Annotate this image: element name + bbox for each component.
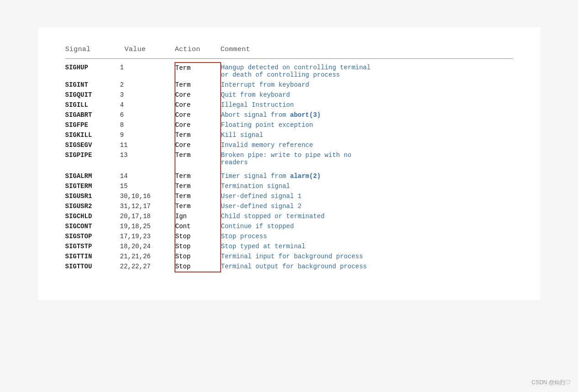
cell-comment: Terminal output for background process xyxy=(221,261,513,272)
cell-signal: SIGPIPE xyxy=(65,150,120,167)
table-row: SIGCHLD20,17,18IgnChild stopped or termi… xyxy=(65,211,513,221)
cell-comment: Abort signal from abort(3) xyxy=(221,110,513,120)
cell-comment: Broken pipe: write to pipe with noreader… xyxy=(221,150,513,167)
cell-action: Core xyxy=(175,120,221,130)
signal-table: Signal Value Action Comment SIGHUP1TermH… xyxy=(65,46,513,272)
col-header-action: Action xyxy=(175,46,221,57)
col-header-comment: Comment xyxy=(221,46,513,57)
cell-comment: Stop process xyxy=(221,231,513,241)
cell-signal: SIGILL xyxy=(65,100,120,110)
cell-action: Cont xyxy=(175,221,221,231)
cell-action: Term xyxy=(175,191,221,201)
table-row: SIGSTOP17,19,23StopStop process xyxy=(65,231,513,241)
cell-signal: SIGSTOP xyxy=(65,231,120,241)
table-row: SIGPIPE13TermBroken pipe: write to pipe … xyxy=(65,150,513,167)
cell-comment: Floating point exception xyxy=(221,120,513,130)
table-header: Signal Value Action Comment xyxy=(65,46,513,57)
cell-action: Term xyxy=(175,181,221,191)
table-row: SIGILL4CoreIllegal Instruction xyxy=(65,100,513,110)
cell-value: 30,10,16 xyxy=(120,191,175,201)
cell-value: 21,21,26 xyxy=(120,251,175,261)
table-row: SIGALRM14TermTimer signal from alarm(2) xyxy=(65,171,513,181)
cell-signal: SIGSEGV xyxy=(65,140,120,150)
cell-value: 18,20,24 xyxy=(120,241,175,251)
table-row: SIGQUIT3CoreQuit from keyboard xyxy=(65,90,513,100)
cell-value: 6 xyxy=(120,110,175,120)
cell-signal: SIGKILL xyxy=(65,130,120,140)
cell-comment: User-defined signal 1 xyxy=(221,191,513,201)
table-row: SIGCONT19,18,25ContContinue if stopped xyxy=(65,221,513,231)
cell-action: Term xyxy=(175,63,221,80)
cell-comment: Hangup detected on controlling terminalo… xyxy=(221,63,513,80)
cell-action: Core xyxy=(175,90,221,100)
cell-action: Term xyxy=(175,201,221,211)
cell-value: 14 xyxy=(120,171,175,181)
cell-action: Term xyxy=(175,150,221,167)
main-container: Signal Value Action Comment SIGHUP1TermH… xyxy=(38,27,541,300)
cell-comment: Kill signal xyxy=(221,130,513,140)
cell-signal: SIGUSR1 xyxy=(65,191,120,201)
cell-value: 11 xyxy=(120,140,175,150)
cell-action: Term xyxy=(175,171,221,181)
table-row: SIGSEGV11CoreInvalid memory reference xyxy=(65,140,513,150)
cell-value: 19,18,25 xyxy=(120,221,175,231)
cell-action: Stop xyxy=(175,241,221,251)
table-row: SIGTTOU22,22,27StopTerminal output for b… xyxy=(65,261,513,272)
cell-comment: User-defined signal 2 xyxy=(221,201,513,211)
cell-value: 2 xyxy=(120,80,175,90)
cell-action: Core xyxy=(175,100,221,110)
cell-signal: SIGCONT xyxy=(65,221,120,231)
cell-signal: SIGHUP xyxy=(65,63,120,80)
cell-action: Stop xyxy=(175,261,221,272)
cell-comment: Timer signal from alarm(2) xyxy=(221,171,513,181)
cell-value: 4 xyxy=(120,100,175,110)
cell-action: Stop xyxy=(175,251,221,261)
cell-value: 15 xyxy=(120,181,175,191)
cell-signal: SIGTERM xyxy=(65,181,120,191)
cell-action: Core xyxy=(175,140,221,150)
cell-value: 1 xyxy=(120,63,175,80)
header-divider-row xyxy=(65,57,513,63)
cell-signal: SIGTSTP xyxy=(65,241,120,251)
cell-comment: Quit from keyboard xyxy=(221,90,513,100)
cell-comment: Illegal Instruction xyxy=(221,100,513,110)
cell-action: Term xyxy=(175,130,221,140)
cell-value: 8 xyxy=(120,120,175,130)
table-row: SIGINT2TermInterrupt from keyboard xyxy=(65,80,513,90)
table-row: SIGUSR130,10,16TermUser-defined signal 1 xyxy=(65,191,513,201)
cell-signal: SIGTTOU xyxy=(65,261,120,272)
spacer-row xyxy=(65,167,513,171)
cell-comment: Interrupt from keyboard xyxy=(221,80,513,90)
cell-comment: Continue if stopped xyxy=(221,221,513,231)
cell-action: Term xyxy=(175,80,221,90)
cell-signal: SIGTTIN xyxy=(65,251,120,261)
col-header-signal: Signal xyxy=(65,46,120,57)
table-row: SIGHUP1TermHangup detected on controllin… xyxy=(65,63,513,80)
watermark: CSDN @灿烈♡ xyxy=(531,379,571,387)
cell-signal: SIGALRM xyxy=(65,171,120,181)
cell-comment: Stop typed at terminal xyxy=(221,241,513,251)
table-row: SIGABRT6CoreAbort signal from abort(3) xyxy=(65,110,513,120)
cell-signal: SIGCHLD xyxy=(65,211,120,221)
cell-comment: Terminal input for background process xyxy=(221,251,513,261)
cell-signal: SIGABRT xyxy=(65,110,120,120)
cell-signal: SIGINT xyxy=(65,80,120,90)
cell-comment: Invalid memory reference xyxy=(221,140,513,150)
cell-value: 9 xyxy=(120,130,175,140)
cell-value: 3 xyxy=(120,90,175,100)
cell-comment: Termination signal xyxy=(221,181,513,191)
cell-action: Ign xyxy=(175,211,221,221)
cell-value: 22,22,27 xyxy=(120,261,175,272)
table-row: SIGTTIN21,21,26StopTerminal input for ba… xyxy=(65,251,513,261)
cell-signal: SIGFPE xyxy=(65,120,120,130)
cell-comment: Child stopped or terminated xyxy=(221,211,513,221)
cell-signal: SIGQUIT xyxy=(65,90,120,100)
col-header-value: Value xyxy=(120,46,175,57)
cell-value: 13 xyxy=(120,150,175,167)
table-row: SIGKILL9TermKill signal xyxy=(65,130,513,140)
cell-value: 17,19,23 xyxy=(120,231,175,241)
table-row: SIGFPE8CoreFloating point exception xyxy=(65,120,513,130)
table-row: SIGTSTP18,20,24StopStop typed at termina… xyxy=(65,241,513,251)
cell-action: Stop xyxy=(175,231,221,241)
cell-action: Core xyxy=(175,110,221,120)
